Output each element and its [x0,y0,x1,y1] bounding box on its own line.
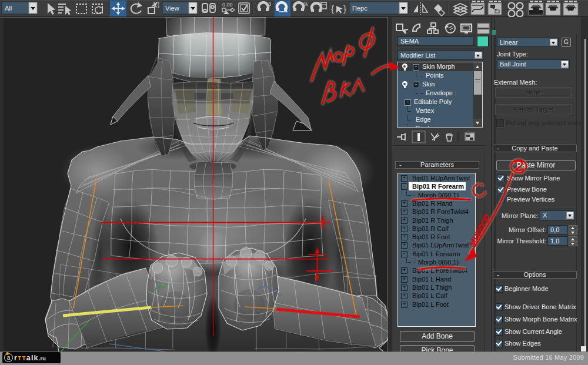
svg-text:{: { [331,4,334,14]
svg-text:Перс: Перс [352,5,368,12]
svg-text:All: All [5,5,12,12]
svg-text:3: 3 [268,1,271,7]
svg-text:%: % [303,1,308,7]
svg-text:View: View [165,5,179,12]
svg-text:0.00: 0.00 [222,2,233,8]
svg-text:}: } [343,4,346,14]
